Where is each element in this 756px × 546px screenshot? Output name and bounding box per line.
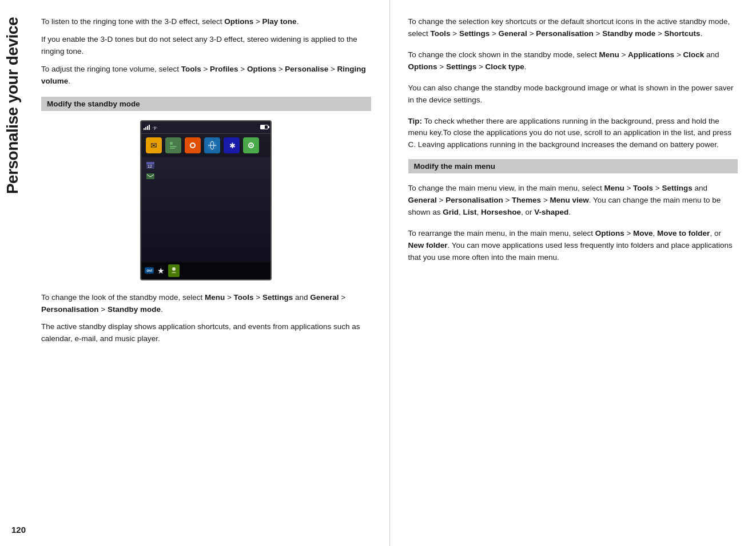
standby-para1: To change the look of the standby mode, …	[41, 292, 371, 346]
main-content: To listen to the ringing tone with the 3…	[30, 0, 756, 546]
mail-icon: ✉	[146, 137, 162, 153]
vertical-title-bar: Personalise your device	[0, 0, 30, 546]
svg-rect-17	[146, 173, 154, 179]
section1-header: Modify the standby mode	[41, 97, 371, 111]
battery-icon	[260, 125, 268, 129]
star-icon: ★	[157, 266, 165, 275]
phone-screen: -y- ✉	[140, 120, 272, 280]
tip-content: To check whether there are applications …	[408, 117, 732, 149]
contacts-icon	[165, 137, 181, 153]
signal-bars-icon	[144, 124, 150, 130]
svg-rect-3	[170, 148, 175, 149]
tip-block: Tip: To check whether there are applicat…	[408, 116, 738, 152]
right-para2: To change the clock shown in the standby…	[408, 49, 738, 73]
favorites-icon	[168, 264, 180, 277]
status-left: -y-	[144, 124, 157, 130]
carrier-text: -y-	[152, 125, 157, 130]
globe-icon	[204, 137, 220, 153]
calendar-item: 12	[146, 159, 266, 171]
para3-start: To adjust the ringing tone volume, selec…	[41, 65, 179, 73]
para1-bold2: Play tone	[262, 17, 297, 26]
right-para3: You can also change the standby mode bac…	[408, 82, 738, 106]
svg-rect-2	[170, 146, 177, 147]
tip-label: Tip:	[408, 117, 423, 125]
standby-items: 12	[141, 157, 270, 184]
ovi-icon	[185, 137, 201, 153]
svg-point-13	[250, 144, 252, 146]
svg-text:12: 12	[148, 164, 152, 168]
phone-bottom-bar: ovi ★	[141, 262, 270, 279]
para2-text: If you enable the 3-D tones but do not s…	[41, 34, 371, 58]
svg-point-19	[172, 267, 176, 271]
phone-top-bar: -y-	[141, 121, 270, 134]
menu-para2: To rearrange the main menu, in the main …	[408, 228, 738, 264]
chapter-title: Personalise your device	[5, 17, 21, 194]
para1-bold1: Options	[224, 17, 253, 26]
intro-para1: To listen to the ringing tone with the 3…	[41, 16, 371, 88]
app-icons-row: ✉ ✱	[141, 134, 270, 157]
para3-bold4: Personalise	[285, 65, 328, 73]
para1-text: To listen to the ringing tone with the 3…	[41, 17, 222, 26]
page-number: 120	[11, 525, 26, 535]
right-para1: To change the selection key shortcuts or…	[408, 16, 738, 40]
para3-bold1: Tools	[181, 65, 201, 73]
para3-bold2: Profiles	[210, 65, 238, 73]
right-column: To change the selection key shortcuts or…	[390, 0, 757, 546]
message-item	[146, 171, 266, 182]
settings-app-icon	[243, 137, 259, 153]
calendar-icon: 12	[146, 160, 155, 169]
phone-mockup-container: -y- ✉	[41, 120, 371, 280]
menu-para1: To change the main menu view, in the mai…	[408, 183, 738, 219]
left-column: To listen to the ringing tone with the 3…	[30, 0, 390, 546]
svg-rect-1	[170, 142, 173, 145]
para3-end: .	[68, 77, 70, 85]
bluetooth-icon: ✱	[224, 137, 240, 153]
para1-end: .	[297, 17, 299, 26]
section2-header: Modify the main menu	[408, 159, 738, 173]
para1-sep1: >	[253, 17, 262, 26]
ovi-logo-text: ovi	[145, 267, 154, 274]
svg-text:✱: ✱	[229, 141, 236, 150]
message-icon	[146, 172, 155, 181]
para3-bold3: Options	[247, 65, 276, 73]
status-right	[260, 125, 268, 129]
